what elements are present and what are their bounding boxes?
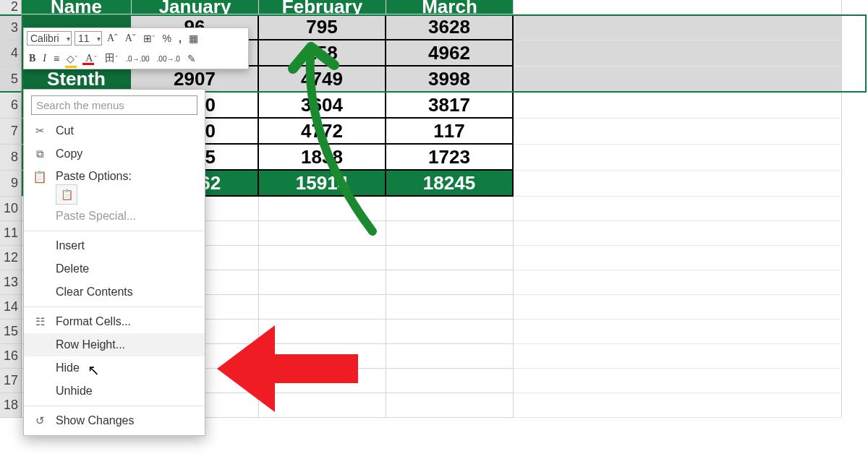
menu-row-height[interactable]: Row Height... xyxy=(24,333,205,356)
cell[interactable] xyxy=(514,221,842,246)
cell[interactable]: 15914 xyxy=(259,171,386,197)
bold-button[interactable]: B xyxy=(27,51,38,66)
row-header[interactable]: 8 xyxy=(0,145,22,171)
col-header-mar[interactable]: March xyxy=(386,0,514,14)
row-header[interactable]: 17 xyxy=(0,369,22,393)
menu-delete[interactable]: Delete xyxy=(24,257,205,280)
menu-insert[interactable]: Insert xyxy=(24,234,205,257)
shrink-font-button[interactable]: Aˇ xyxy=(123,31,138,46)
cell[interactable]: 4962 xyxy=(386,40,514,67)
fill-color-button[interactable]: ◇ xyxy=(64,51,80,66)
cell[interactable] xyxy=(386,369,514,393)
row-header[interactable]: 10 xyxy=(0,197,22,221)
cell[interactable] xyxy=(259,393,386,418)
cell[interactable] xyxy=(514,0,842,14)
row-header[interactable]: 13 xyxy=(0,270,22,295)
menu-show-changes[interactable]: ↺Show Changes xyxy=(24,409,205,432)
row-header[interactable]: 6 xyxy=(0,93,22,119)
cell[interactable] xyxy=(386,221,514,246)
font-size-select[interactable]: 11 xyxy=(75,31,102,46)
cell[interactable] xyxy=(386,344,514,369)
increase-decimal-button[interactable]: .0→.00 xyxy=(124,51,151,66)
cell[interactable] xyxy=(514,93,842,119)
cell[interactable] xyxy=(514,67,842,93)
cell[interactable] xyxy=(514,270,842,295)
menu-hide[interactable]: Hide xyxy=(24,356,205,380)
cell[interactable] xyxy=(259,246,386,270)
cell[interactable]: 18245 xyxy=(386,171,514,197)
cell[interactable] xyxy=(514,171,842,197)
cell[interactable] xyxy=(514,119,842,145)
row-header[interactable]: 3 xyxy=(0,14,22,40)
borders-button[interactable]: 田 xyxy=(103,51,121,66)
cell[interactable] xyxy=(514,320,842,344)
cell[interactable]: 795 xyxy=(259,14,386,40)
menu-cut[interactable]: ✂Cut xyxy=(24,119,205,142)
cell[interactable] xyxy=(386,270,514,295)
align-button[interactable]: ≡ xyxy=(51,51,61,66)
row-header[interactable]: 12 xyxy=(0,246,22,270)
cell[interactable] xyxy=(514,246,842,270)
cell[interactable]: 3998 xyxy=(386,67,514,93)
col-header-name[interactable]: Name xyxy=(22,0,132,14)
cell[interactable] xyxy=(514,40,842,67)
cell[interactable] xyxy=(259,295,386,320)
font-select[interactable]: Calibri xyxy=(27,31,72,46)
cell[interactable] xyxy=(259,320,386,344)
col-header-feb[interactable]: February xyxy=(259,0,386,14)
cell[interactable] xyxy=(386,197,514,221)
row-header[interactable]: 7 xyxy=(0,119,22,145)
row-header-gutter[interactable]: 2 3 4 5 6 7 8 9 10 11 12 13 14 15 16 17 … xyxy=(0,0,22,418)
percent-button[interactable]: % xyxy=(161,31,174,46)
menu-format-cells[interactable]: ☷Format Cells... xyxy=(24,310,205,333)
cell[interactable]: 117 xyxy=(386,119,514,145)
cell[interactable] xyxy=(514,197,842,221)
italic-button[interactable]: I xyxy=(41,51,48,66)
cell[interactable]: 1838 xyxy=(259,145,386,171)
comma-button[interactable]: , xyxy=(176,31,184,46)
cell[interactable]: 4749 xyxy=(259,67,386,93)
cell[interactable]: 3817 xyxy=(386,93,514,119)
cell[interactable] xyxy=(514,393,842,418)
cell[interactable] xyxy=(386,393,514,418)
menu-clear-contents[interactable]: Clear Contents xyxy=(24,280,205,304)
cell[interactable] xyxy=(259,270,386,295)
decrease-decimal-button[interactable]: .00→.0 xyxy=(155,51,182,66)
row-header[interactable]: 18 xyxy=(0,393,22,418)
row-header[interactable]: 9 xyxy=(0,171,22,197)
row-header[interactable]: 15 xyxy=(0,320,22,344)
cell[interactable]: 4772 xyxy=(259,119,386,145)
number-format-button[interactable]: ⊞ xyxy=(141,31,158,46)
cell[interactable] xyxy=(514,14,842,40)
cell[interactable]: 158 xyxy=(259,40,386,67)
font-color-button[interactable]: A xyxy=(83,51,100,66)
cell[interactable] xyxy=(386,295,514,320)
row-header[interactable]: 16 xyxy=(0,344,22,369)
cell[interactable] xyxy=(514,295,842,320)
row-header[interactable]: 5 xyxy=(0,67,22,93)
grow-font-button[interactable]: Aˆ xyxy=(105,31,120,46)
cell[interactable]: 3628 xyxy=(386,14,514,40)
col-header-jan[interactable]: January xyxy=(132,0,259,14)
cell[interactable] xyxy=(514,344,842,369)
cell[interactable] xyxy=(259,369,386,393)
row-header[interactable]: 4 xyxy=(0,40,22,67)
cell[interactable] xyxy=(259,221,386,246)
menu-unhide[interactable]: Unhide xyxy=(24,380,205,403)
cell[interactable] xyxy=(259,197,386,221)
cell[interactable] xyxy=(259,344,386,369)
table-format-button[interactable]: ▦ xyxy=(187,31,200,46)
paste-option-button[interactable]: 📋 xyxy=(56,184,77,205)
cell[interactable] xyxy=(386,320,514,344)
menu-copy[interactable]: ⧉Copy xyxy=(24,142,205,166)
menu-search-input[interactable]: Search the menus xyxy=(31,95,197,115)
cell[interactable]: 3604 xyxy=(259,93,386,119)
cell[interactable]: 1723 xyxy=(386,145,514,171)
cell[interactable] xyxy=(514,369,842,393)
row-header[interactable]: 11 xyxy=(0,221,22,246)
cell[interactable] xyxy=(514,145,842,171)
row-header[interactable]: 14 xyxy=(0,295,22,320)
format-painter-button[interactable]: ✎ xyxy=(185,51,198,66)
cell[interactable] xyxy=(386,246,514,270)
row-header[interactable]: 2 xyxy=(0,0,22,14)
